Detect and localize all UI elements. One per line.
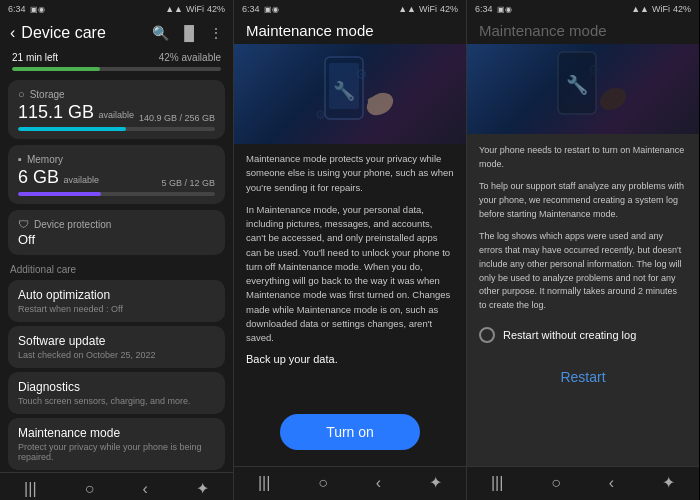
memory-progress-bg xyxy=(18,192,215,196)
panel3-para-1: Your phone needs to restart to turn on M… xyxy=(479,144,687,172)
svg-text:⚙: ⚙ xyxy=(315,108,326,122)
auto-optimization-title: Auto optimization xyxy=(18,288,215,302)
status-time-2: 6:34 ▣◉ xyxy=(242,4,279,14)
panel3-header: Maintenance mode xyxy=(467,16,699,44)
panel2-header: Maintenance mode xyxy=(234,16,466,44)
status-icons-2: ▣◉ xyxy=(264,5,279,14)
panel2-body: Maintenance mode protects your privacy w… xyxy=(234,144,466,414)
memory-card[interactable]: ▪ Memory 6 GB available 5 GB / 12 GB xyxy=(8,145,225,204)
storage-unit: available xyxy=(99,110,135,120)
turn-on-button[interactable]: Turn on xyxy=(280,414,420,450)
status-time-3: 6:34 ▣◉ xyxy=(475,4,512,14)
nav-home-icon-2[interactable]: ○ xyxy=(318,474,328,492)
nav-back-icon-2[interactable]: ‹ xyxy=(376,474,381,492)
bottom-nav-1: ||| ○ ‹ ✦ xyxy=(0,472,233,500)
panel-restart-maintenance: 6:34 ▣◉ ▲▲ WiFi 42% Maintenance mode 🔧 ⚙… xyxy=(466,0,699,500)
battery-3: 42% xyxy=(673,4,691,14)
battery-time-left: 21 min left xyxy=(12,52,58,63)
wifi-icon-2: WiFi xyxy=(419,4,437,14)
storage-title: ○ Storage xyxy=(18,88,215,100)
memory-right-label: 5 GB / 12 GB xyxy=(161,178,215,188)
panel3-para-2: To help our support staff analyze any pr… xyxy=(479,180,687,222)
list-item-maintenance-mode[interactable]: Maintenance mode Protect your privacy wh… xyxy=(8,418,225,470)
panel3-para-3: The log shows which apps were used and a… xyxy=(479,230,687,314)
list-item-diagnostics[interactable]: Diagnostics Touch screen sensors, chargi… xyxy=(8,372,225,414)
device-protection-card[interactable]: 🛡 Device protection Off xyxy=(8,210,225,255)
storage-progress-fill xyxy=(18,127,126,131)
memory-label: Memory xyxy=(27,154,63,165)
bar-chart-icon-1[interactable]: ▐▌ xyxy=(179,25,199,41)
storage-icon: ○ xyxy=(18,88,25,100)
maintenance-mode-sub: Protect your privacy while your phone is… xyxy=(18,442,215,462)
battery-percent-right: 42% available xyxy=(159,52,221,63)
nav-home-icon-3[interactable]: ○ xyxy=(551,474,561,492)
nav-recent-icon-3[interactable]: ||| xyxy=(491,474,503,492)
memory-progress-fill xyxy=(18,192,101,196)
nav-extra-icon-3[interactable]: ✦ xyxy=(662,473,675,492)
back-button-1[interactable]: ‹ xyxy=(10,24,15,42)
diagnostics-title: Diagnostics xyxy=(18,380,215,394)
time-3: 6:34 xyxy=(475,4,493,14)
time-1: 6:34 xyxy=(8,4,26,14)
restart-illustration-overlay: 🔧 ⚙ xyxy=(467,44,699,134)
svg-text:⚙: ⚙ xyxy=(588,62,601,78)
status-right-3: ▲▲ WiFi 42% xyxy=(631,4,691,14)
bottom-nav-2: ||| ○ ‹ ✦ xyxy=(234,466,466,500)
device-protection-label: Device protection xyxy=(34,219,111,230)
search-icon-1[interactable]: 🔍 xyxy=(152,25,169,41)
additional-care-label: Additional care xyxy=(0,258,233,278)
svg-text:🔧: 🔧 xyxy=(333,80,356,102)
maintenance-para-2: In Maintenance mode, your personal data,… xyxy=(246,203,454,346)
list-item-software-update[interactable]: Software update Last checked on October … xyxy=(8,326,225,368)
battery-progress-fill xyxy=(12,67,100,71)
svg-point-11 xyxy=(596,83,630,114)
memory-title: ▪ Memory xyxy=(18,153,215,165)
status-right-1: ▲▲ WiFi 42% xyxy=(165,4,225,14)
storage-card[interactable]: ○ Storage 115.1 GB available 140.9 GB / … xyxy=(8,80,225,139)
battery-row: 21 min left 42% available xyxy=(0,48,233,65)
device-protection-title: 🛡 Device protection xyxy=(18,218,215,230)
restart-no-log-label: Restart without creating log xyxy=(503,329,636,341)
nav-extra-icon-1[interactable]: ✦ xyxy=(196,479,209,498)
status-right-2: ▲▲ WiFi 42% xyxy=(398,4,458,14)
time-2: 6:34 xyxy=(242,4,260,14)
nav-extra-icon-2[interactable]: ✦ xyxy=(429,473,442,492)
radio-button-restart-no-log[interactable] xyxy=(479,327,495,343)
maintenance-illustration: 🔧 ⚙ ⚙ xyxy=(234,44,466,144)
nav-recent-icon-2[interactable]: ||| xyxy=(258,474,270,492)
wifi-icon-1: WiFi xyxy=(186,4,204,14)
nav-home-icon-1[interactable]: ○ xyxy=(85,480,95,498)
storage-label: Storage xyxy=(30,89,65,100)
more-icon-1[interactable]: ⋮ xyxy=(209,25,223,41)
illustration-overlay: 🔧 ⚙ ⚙ xyxy=(234,44,466,144)
maintenance-mode-title: Maintenance mode xyxy=(18,426,215,440)
storage-value-group: 115.1 GB available xyxy=(18,102,134,123)
maintenance-para-1: Maintenance mode protects your privacy w… xyxy=(246,152,454,195)
status-bar-2: 6:34 ▣◉ ▲▲ WiFi 42% xyxy=(234,0,466,16)
signal-icon-1: ▲▲ xyxy=(165,4,183,14)
battery-progress-container xyxy=(0,65,233,77)
status-bar-1: 6:34 ▣◉ ▲▲ WiFi 42% xyxy=(0,0,233,16)
maintenance-svg: 🔧 ⚙ ⚙ xyxy=(295,49,405,139)
header-icons-1: 🔍 ▐▌ ⋮ xyxy=(152,25,223,41)
nav-back-icon-3[interactable]: ‹ xyxy=(609,474,614,492)
panel3-title: Maintenance mode xyxy=(479,22,607,39)
status-time-1: 6:34 ▣◉ xyxy=(8,4,45,14)
memory-value-group: 6 GB available xyxy=(18,167,99,188)
status-icons-1: ▣◉ xyxy=(30,5,45,14)
restart-svg: 🔧 ⚙ xyxy=(528,47,638,132)
restart-without-log-option[interactable]: Restart without creating log xyxy=(479,321,687,349)
panel-maintenance-mode: 6:34 ▣◉ ▲▲ WiFi 42% Maintenance mode 🔧 xyxy=(233,0,466,500)
shield-icon: 🛡 xyxy=(18,218,29,230)
nav-recent-icon-1[interactable]: ||| xyxy=(24,480,36,498)
backup-notice: Back up your data. xyxy=(246,353,454,365)
list-item-auto-optimization[interactable]: Auto optimization Restart when needed : … xyxy=(8,280,225,322)
nav-back-icon-1[interactable]: ‹ xyxy=(142,480,147,498)
turn-on-section: Turn on xyxy=(234,414,466,466)
battery-progress-bg xyxy=(12,67,221,71)
storage-row: 115.1 GB available 140.9 GB / 256 GB xyxy=(18,102,215,123)
storage-value: 115.1 GB xyxy=(18,102,94,122)
panel-device-care: 6:34 ▣◉ ▲▲ WiFi 42% ‹ Device care 🔍 ▐▌ ⋮… xyxy=(0,0,233,500)
restart-button[interactable]: Restart xyxy=(479,359,687,395)
panel1-header: ‹ Device care 🔍 ▐▌ ⋮ xyxy=(0,16,233,48)
